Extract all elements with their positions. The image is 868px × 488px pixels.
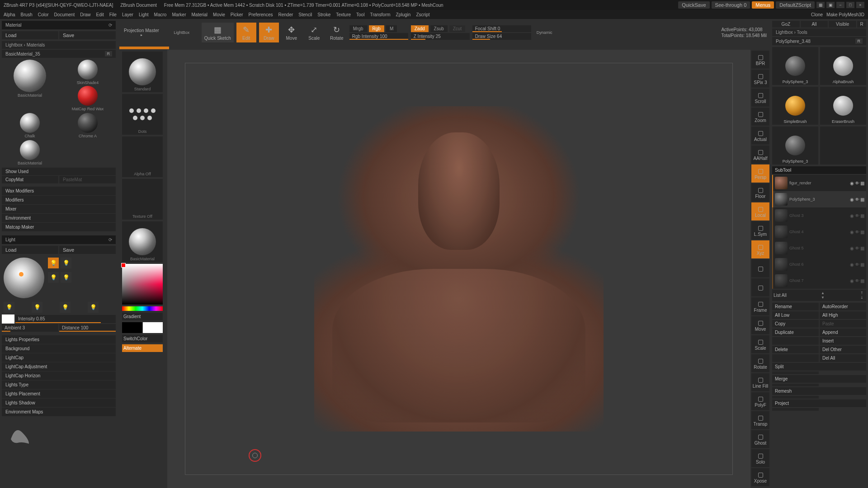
subtool-row[interactable]: Ghost 4◉👁▦	[772, 224, 866, 240]
nav-local[interactable]: ▢Local	[751, 202, 769, 221]
tool-polysphere[interactable]: PolySphere_3	[772, 47, 818, 85]
blank-button[interactable]	[772, 396, 819, 399]
rotate-mode-button[interactable]: ↻Rotate	[327, 23, 347, 42]
menu-render[interactable]: Render	[278, 12, 293, 17]
refresh-icon[interactable]: ⟳	[108, 23, 112, 28]
maximize-icon[interactable]: □	[846, 2, 854, 8]
light-direction-ball[interactable]	[4, 258, 44, 298]
light-4-toggle[interactable]: 💡	[61, 272, 71, 283]
zcut-button[interactable]: Zcut	[449, 25, 465, 32]
nav-polyf[interactable]: ▢PolyF	[751, 392, 769, 410]
section-matcap-maker[interactable]: Matcap Maker	[2, 223, 116, 231]
move-down-icon[interactable]: ▼	[820, 296, 826, 300]
all-low-button[interactable]: All Low	[772, 311, 819, 319]
light-1-toggle[interactable]: 💡	[48, 258, 59, 268]
material-swatch-chalk[interactable]	[20, 113, 40, 133]
menu-stencil[interactable]: Stencil	[298, 12, 312, 17]
section-lights-shadow[interactable]: Lights Shadow	[2, 399, 116, 407]
subtool-row[interactable]: Ghost 5◉👁▦	[772, 240, 866, 256]
menus-button[interactable]: Menus	[752, 1, 774, 9]
section-lightcap-adjustment[interactable]: LightCap Adjustment	[2, 362, 116, 371]
dynamic-button[interactable]: Dynamic	[534, 23, 555, 42]
section-lightcap[interactable]: LightCap	[2, 353, 116, 362]
goz-all-button[interactable]: All	[801, 21, 828, 28]
del-all-button[interactable]: Del All	[820, 354, 866, 362]
copy-button[interactable]: Copy	[772, 320, 819, 328]
move-top-icon[interactable]: ⤒	[859, 291, 865, 295]
nav-line-fill[interactable]: ▢Line Fill	[751, 373, 769, 391]
move-mode-button[interactable]: ✥Move	[282, 23, 302, 42]
section-environment-maps[interactable]: Environment Maps	[2, 408, 116, 416]
goz-button[interactable]: GoZ	[772, 21, 800, 28]
light-8-toggle[interactable]: 💡	[88, 302, 99, 313]
nav-xyz[interactable]: ▢Xyz	[751, 240, 769, 258]
menu-draw[interactable]: Draw	[80, 12, 90, 17]
light-3-toggle[interactable]: 💡	[48, 272, 59, 283]
rgb-button[interactable]: Rgb	[369, 25, 384, 32]
goz-r-button[interactable]: R	[857, 21, 866, 28]
viewport[interactable]	[167, 50, 750, 488]
hue-strip[interactable]	[122, 306, 163, 311]
material-r-button[interactable]: R	[105, 51, 113, 56]
blank-button[interactable]	[772, 354, 819, 362]
subtool-header[interactable]: SubTool	[772, 166, 866, 174]
blank-button[interactable]	[772, 384, 819, 386]
rgb-intensity-slider[interactable]: Rgb Intensity 100	[349, 33, 408, 40]
light-save-button[interactable]: Save	[59, 246, 116, 254]
section-mixer[interactable]: Mixer	[2, 205, 116, 213]
nav-l.sym[interactable]: ▢L.Sym	[751, 221, 769, 239]
material-swatch-redwax[interactable]	[78, 86, 98, 106]
make-polymesh-button[interactable]: Make PolyMesh3D	[826, 12, 864, 17]
project-button[interactable]: Project	[772, 399, 866, 407]
append-button[interactable]: Append	[820, 328, 866, 336]
color-picker[interactable]	[122, 264, 163, 305]
split-button[interactable]: Split	[772, 363, 866, 371]
menu-transform[interactable]: Transform	[370, 12, 390, 17]
clone-button[interactable]: Clone	[811, 12, 823, 17]
remesh-button[interactable]: Remesh	[772, 387, 866, 395]
section-lights-properties[interactable]: Lights Properties	[2, 335, 116, 344]
blank-button[interactable]	[772, 371, 819, 374]
menu-picker[interactable]: Picker	[231, 12, 243, 17]
material-save-button[interactable]: Save	[59, 31, 116, 39]
goz-visible-button[interactable]: Visible	[829, 21, 856, 28]
tool-eraserbrush[interactable]: EraserBrush	[820, 87, 866, 125]
menu-zplugin[interactable]: Zplugin	[396, 12, 411, 17]
nav-transp[interactable]: ▢Transp	[751, 411, 769, 429]
material-swatch-skinshade[interactable]	[78, 60, 98, 80]
alternate-button[interactable]: Alternate	[122, 344, 163, 352]
menu-marker[interactable]: Marker	[172, 12, 186, 17]
menu-texture[interactable]: Texture	[336, 12, 351, 17]
menu-document[interactable]: Document	[54, 12, 75, 17]
section-wax-modifiers[interactable]: Wax Modifiers	[2, 187, 116, 195]
del-other-button[interactable]: Del Other	[820, 346, 866, 353]
nav-xpose[interactable]: ▢Xpose	[751, 468, 769, 486]
duplicate-button[interactable]: Duplicate	[772, 328, 819, 336]
menu-file[interactable]: File	[109, 12, 117, 17]
blank-button[interactable]	[772, 337, 819, 345]
projection-master-button[interactable]: Projection Master▸	[121, 23, 162, 42]
ambient-slider[interactable]: Ambient 3	[2, 324, 58, 332]
nav-floor[interactable]: ▢Floor	[751, 183, 769, 202]
focal-shift-slider[interactable]: Focal Shift 0	[472, 25, 531, 32]
light-load-button[interactable]: Load	[2, 246, 58, 254]
delete-button[interactable]: Delete	[772, 346, 819, 353]
section-modifiers[interactable]: Modifiers	[2, 196, 116, 204]
seethrough-button[interactable]: See-through 0	[712, 1, 750, 9]
list-all-button[interactable]: List All	[774, 293, 787, 298]
subtool-row[interactable]: PolySphere_3◉👁▦	[772, 191, 866, 207]
stroke-selector[interactable]: Dots	[122, 94, 163, 135]
section-lights-placement[interactable]: Lights Placement	[2, 389, 116, 398]
draw-mode-button[interactable]: ✚Draw	[259, 23, 279, 42]
nav-spix-3[interactable]: ▢SPix 3	[751, 70, 769, 88]
material-swatch-basic2[interactable]	[20, 140, 40, 160]
scale-mode-button[interactable]: ⤢Scale	[304, 23, 324, 42]
light-6-toggle[interactable]: 💡	[32, 302, 42, 313]
window-icon[interactable]: ▦	[816, 2, 825, 8]
minimize-icon[interactable]: −	[836, 2, 844, 8]
menu-zscript[interactable]: Zscript	[416, 12, 429, 17]
zsub-button[interactable]: Zsub	[430, 25, 448, 32]
material-selector[interactable]: BasicMaterial	[122, 221, 163, 262]
section-lights-type[interactable]: Lights Type	[2, 380, 116, 389]
menu-light[interactable]: Light	[139, 12, 149, 17]
